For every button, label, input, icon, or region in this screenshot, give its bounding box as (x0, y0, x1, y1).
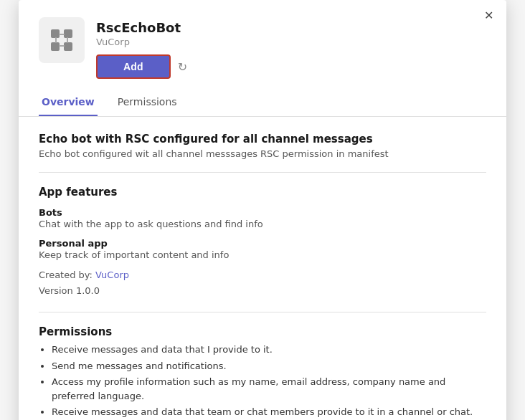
feature-personal-desc: Keep track of important content and info (39, 249, 486, 260)
permission-item-4: Receive messages and data that team or c… (52, 405, 486, 419)
svg-rect-5 (55, 37, 57, 43)
permission-item-2: Send me messages and notifications. (52, 359, 486, 373)
app-icon-box (39, 17, 85, 63)
feature-bots: Bots Chat with the app to ask questions … (39, 207, 486, 229)
header-info: RscEchoBot VuCorp Add ↻ (96, 17, 187, 79)
modal-header: RscEchoBot VuCorp Add ↻ (19, 0, 506, 79)
app-icon (48, 27, 75, 54)
content-area: Echo bot with RSC configured for all cha… (19, 117, 506, 420)
svg-rect-1 (64, 29, 72, 38)
feature-personal-label: Personal app (39, 238, 486, 249)
feature-bots-label: Bots (39, 207, 486, 218)
svg-rect-6 (67, 37, 68, 43)
permissions-section: Permissions Receive messages and data th… (39, 325, 486, 419)
meta-info: Created by: VuCorp Version 1.0.0 (39, 267, 486, 299)
permissions-title: Permissions (39, 325, 486, 338)
created-by-link[interactable]: VuCorp (95, 269, 129, 280)
app-name: RscEchoBot (96, 20, 187, 35)
headline-title: Echo bot with RSC configured for all cha… (39, 133, 486, 145)
reload-icon[interactable]: ↻ (178, 60, 187, 74)
feature-bots-desc: Chat with the app to ask questions and f… (39, 219, 486, 229)
close-button[interactable]: ✕ (484, 10, 493, 22)
feature-personal-app: Personal app Keep track of important con… (39, 238, 486, 260)
tab-overview[interactable]: Overview (39, 96, 98, 116)
divider-1 (39, 172, 486, 173)
divider-2 (39, 312, 486, 312)
permissions-list: Receive messages and data that I provide… (52, 343, 486, 419)
app-org: VuCorp (96, 37, 187, 47)
version-label: Version 1.0.0 (39, 285, 100, 296)
tabs-bar: Overview Permissions (19, 86, 506, 117)
tab-permissions[interactable]: Permissions (115, 96, 180, 116)
add-button[interactable]: Add (96, 54, 171, 79)
svg-rect-2 (51, 42, 60, 51)
svg-rect-3 (64, 42, 72, 51)
created-by-label: Created by: (39, 269, 93, 280)
permission-item-1: Receive messages and data that I provide… (52, 343, 486, 357)
features-title: App features (39, 186, 486, 199)
app-modal: ✕ RscEchoBot VuCorp Add ↻ Over (19, 0, 506, 420)
svg-rect-7 (59, 45, 65, 47)
permission-item-3: Access my profile information such as my… (52, 375, 486, 403)
svg-rect-4 (59, 34, 65, 35)
add-row: Add ↻ (96, 54, 187, 79)
headline-desc: Echo bot configured wit all channel mess… (39, 148, 486, 159)
svg-rect-0 (51, 29, 60, 38)
headline-section: Echo bot with RSC configured for all cha… (39, 133, 486, 159)
features-section: App features Bots Chat with the app to a… (39, 186, 486, 299)
